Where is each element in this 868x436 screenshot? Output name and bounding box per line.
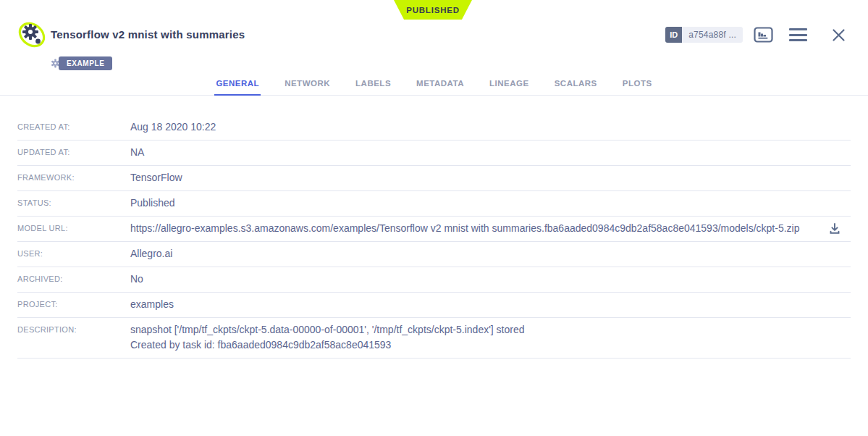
table-row: USER: Allegro.ai bbox=[17, 242, 851, 267]
tab-scalars[interactable]: SCALARS bbox=[553, 72, 599, 96]
tab-plots[interactable]: PLOTS bbox=[621, 72, 654, 96]
tab-bar: GENERAL NETWORK LABELS METADATA LINEAGE … bbox=[0, 72, 868, 96]
id-badge-prefix: ID bbox=[665, 27, 682, 43]
table-row: PROJECT: examples bbox=[17, 293, 851, 318]
general-details-table: CREATED AT: Aug 18 2020 10:22 UPDATED AT… bbox=[17, 96, 851, 359]
example-tag: EXAMPLE bbox=[55, 56, 112, 70]
id-badge-value[interactable]: a754a88f ... bbox=[682, 27, 743, 43]
close-icon[interactable] bbox=[831, 28, 846, 43]
detail-value: Published bbox=[130, 196, 851, 211]
page-title: Tensorflow v2 mnist with summaries bbox=[51, 28, 245, 41]
tab-labels[interactable]: LABELS bbox=[354, 72, 392, 96]
detail-label: USER: bbox=[17, 246, 130, 258]
menu-icon[interactable] bbox=[789, 28, 807, 41]
table-row: CREATED AT: Aug 18 2020 10:22 bbox=[17, 115, 851, 141]
table-row: DESCRIPTION: snapshot ['/tmp/tf_ckpts/ck… bbox=[17, 318, 851, 359]
detail-label: FRAMEWORK: bbox=[17, 170, 130, 182]
detail-value: snapshot ['/tmp/tf_ckpts/ckpt-5.data-000… bbox=[130, 322, 851, 353]
tab-network[interactable]: NETWORK bbox=[283, 72, 332, 96]
detail-value: examples bbox=[130, 297, 851, 312]
table-row: UPDATED AT: NA bbox=[17, 141, 851, 166]
detail-label: UPDATED AT: bbox=[17, 145, 130, 156]
status-ribbon-label: PUBLISHED bbox=[406, 6, 460, 14]
tab-lineage[interactable]: LINEAGE bbox=[488, 72, 531, 96]
preview-icon[interactable] bbox=[754, 27, 773, 43]
model-gear-icon bbox=[15, 19, 49, 52]
detail-label: DESCRIPTION: bbox=[17, 322, 130, 334]
detail-value: No bbox=[130, 272, 851, 287]
detail-value: NA bbox=[130, 145, 851, 160]
detail-value: Allegro.ai bbox=[130, 246, 851, 261]
table-row: FRAMEWORK: TensorFlow bbox=[17, 166, 851, 191]
table-row-model-url: MODEL URL: https://allegro-examples.s3.a… bbox=[17, 217, 851, 242]
model-url-link[interactable]: https://allegro-examples.s3.amazonaws.co… bbox=[130, 221, 800, 236]
header-actions: ID a754a88f ... bbox=[665, 27, 846, 43]
status-ribbon: PUBLISHED bbox=[394, 0, 472, 20]
detail-label: ARCHIVED: bbox=[17, 272, 130, 283]
detail-label: MODEL URL: bbox=[17, 221, 130, 232]
table-row: ARCHIVED: No bbox=[17, 267, 851, 293]
detail-label: PROJECT: bbox=[17, 297, 130, 309]
tab-metadata[interactable]: METADATA bbox=[415, 72, 465, 96]
example-tag-label: EXAMPLE bbox=[59, 56, 112, 70]
table-row: STATUS: Published bbox=[17, 191, 851, 217]
download-icon[interactable] bbox=[819, 222, 851, 235]
detail-label: CREATED AT: bbox=[17, 120, 130, 131]
detail-value: TensorFlow bbox=[130, 170, 851, 185]
tab-general[interactable]: GENERAL bbox=[214, 72, 261, 96]
detail-label: STATUS: bbox=[17, 196, 130, 207]
detail-value: Aug 18 2020 10:22 bbox=[130, 120, 851, 135]
id-badge: ID a754a88f ... bbox=[665, 27, 743, 43]
